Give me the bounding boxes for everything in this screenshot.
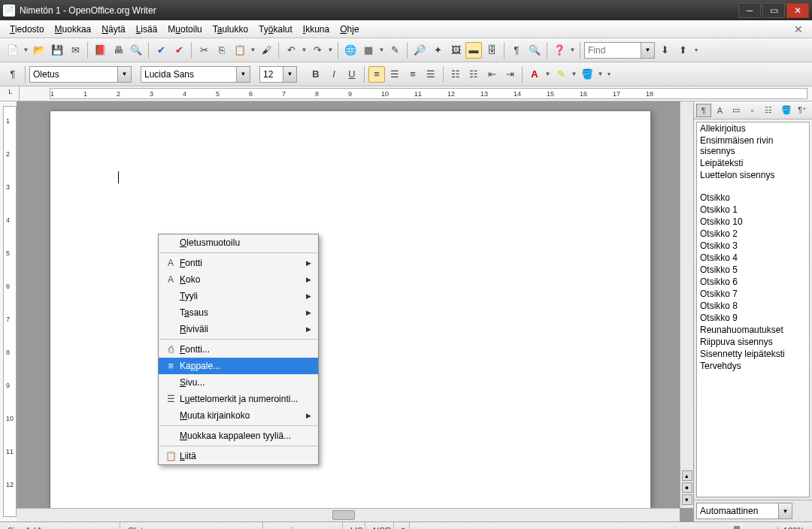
fill-format-icon[interactable]: 🪣 bbox=[779, 104, 794, 117]
style-item[interactable] bbox=[697, 181, 809, 192]
zoom-thumb[interactable] bbox=[734, 526, 740, 530]
scroll-prev-page-icon[interactable]: ▴ bbox=[682, 470, 692, 481]
paragraph-styles-icon[interactable]: ¶ bbox=[696, 104, 711, 117]
style-list[interactable]: AllekirjoitusEnsimmäisen rivin sisennysL… bbox=[696, 122, 810, 497]
view-book-icon[interactable]: ▭ bbox=[680, 525, 688, 529]
font-name-combo[interactable] bbox=[141, 66, 237, 83]
style-filter-combo[interactable] bbox=[696, 503, 779, 519]
status-zoom[interactable]: 100% bbox=[777, 522, 812, 529]
font-color-icon[interactable]: A bbox=[526, 66, 543, 83]
menu-help[interactable]: Ohje bbox=[335, 22, 364, 37]
font-size-dropdown[interactable]: ▼ bbox=[283, 66, 297, 83]
status-selection[interactable]: NOR bbox=[365, 522, 394, 529]
align-right-icon[interactable]: ≡ bbox=[404, 66, 421, 83]
style-item[interactable]: Otsikko 10 bbox=[697, 216, 809, 228]
highlight-icon[interactable]: ✎ bbox=[553, 66, 569, 83]
style-item[interactable]: Ensimmäisen rivin sisennys bbox=[697, 135, 809, 157]
close-document-button[interactable]: ✕ bbox=[789, 23, 807, 35]
context-menu-item[interactable]: Tyyli▶ bbox=[159, 288, 318, 304]
print-icon[interactable]: 🖶 bbox=[110, 42, 126, 59]
font-color-dropdown[interactable]: ▼ bbox=[544, 71, 551, 77]
context-menu-item[interactable]: Sivu... bbox=[159, 374, 318, 391]
bold-icon[interactable]: B bbox=[308, 66, 324, 83]
save-icon[interactable]: 💾 bbox=[49, 42, 65, 59]
context-menu-item[interactable]: ⎙Fontti... bbox=[159, 341, 318, 358]
outdent-icon[interactable]: ⇤ bbox=[483, 66, 500, 83]
highlight-dropdown[interactable]: ▼ bbox=[571, 71, 577, 77]
italic-icon[interactable]: I bbox=[326, 66, 342, 83]
table-icon[interactable]: ▦ bbox=[360, 42, 377, 59]
menu-file[interactable]: Tiedosto bbox=[5, 22, 50, 37]
style-item[interactable]: Otsikko 2 bbox=[697, 228, 809, 240]
autospell-icon[interactable]: ✔ bbox=[171, 42, 187, 59]
menu-tools[interactable]: Työkalut bbox=[253, 22, 298, 37]
menu-window[interactable]: Ikkuna bbox=[298, 22, 335, 37]
status-page[interactable]: Sivu 1 / 1 bbox=[0, 522, 120, 529]
status-insert[interactable]: LIS bbox=[343, 522, 365, 529]
style-item[interactable]: Otsikko bbox=[697, 192, 809, 204]
spellcheck-icon[interactable]: ✔ bbox=[153, 42, 169, 59]
style-item[interactable]: Allekirjoitus bbox=[697, 122, 809, 135]
bgcolor-dropdown[interactable]: ▼ bbox=[597, 71, 604, 77]
style-item[interactable]: Otsikko 6 bbox=[697, 276, 809, 288]
zoom-icon[interactable]: 🔍 bbox=[526, 42, 543, 59]
style-item[interactable]: Otsikko 7 bbox=[697, 288, 809, 300]
find-replace-icon[interactable]: 🔎 bbox=[411, 42, 428, 59]
align-center-icon[interactable]: ☰ bbox=[386, 66, 403, 83]
style-item[interactable]: Tervehdys bbox=[697, 360, 809, 372]
undo-dropdown[interactable]: ▼ bbox=[301, 47, 308, 53]
hyperlink-icon[interactable]: 🌐 bbox=[342, 42, 359, 59]
close-button[interactable]: ✕ bbox=[786, 3, 809, 18]
context-menu-item[interactable]: ☰Luettelomerkit ja numerointi... bbox=[159, 391, 318, 407]
style-item[interactable]: Otsikko 4 bbox=[697, 252, 809, 264]
horizontal-ruler[interactable]: 1123456789101112131415161718 bbox=[50, 88, 807, 99]
indent-icon[interactable]: ⇥ bbox=[501, 66, 518, 83]
find-down-icon[interactable]: ⬇ bbox=[656, 42, 673, 59]
scroll-marker-icon[interactable]: ● bbox=[682, 482, 692, 493]
context-menu-item[interactable]: 📋Liitä bbox=[159, 448, 318, 464]
cut-icon[interactable]: ✂ bbox=[195, 42, 212, 59]
paste-icon[interactable]: 📋 bbox=[232, 42, 248, 59]
menu-format[interactable]: Muotoilu bbox=[162, 22, 207, 37]
underline-icon[interactable]: U bbox=[344, 66, 360, 83]
format-paint-icon[interactable]: 🖌 bbox=[258, 42, 274, 59]
preview-icon[interactable]: 🔍 bbox=[128, 42, 144, 59]
paragraph-style-combo[interactable] bbox=[29, 66, 118, 83]
font-name-dropdown[interactable]: ▼ bbox=[237, 66, 250, 83]
context-menu-item[interactable]: Muokkaa kappaleen tyyliä... bbox=[159, 428, 318, 444]
document-area[interactable] bbox=[17, 101, 693, 521]
styles-window-icon[interactable]: ¶ bbox=[5, 66, 21, 83]
vertical-scrollbar[interactable]: ▴ ● ▾ bbox=[680, 101, 693, 508]
style-item[interactable]: Reunahuomautukset bbox=[697, 324, 809, 336]
frame-styles-icon[interactable]: ▭ bbox=[729, 104, 744, 117]
menu-view[interactable]: Näytä bbox=[96, 22, 130, 37]
font-size-combo[interactable] bbox=[259, 66, 283, 83]
find-dropdown[interactable]: ▼ bbox=[641, 42, 655, 59]
style-item[interactable]: Sisennetty leipäteksti bbox=[697, 348, 809, 360]
view-multi-icon[interactable]: ▫▫ bbox=[670, 526, 676, 530]
context-menu-item[interactable]: ≡Kappale... bbox=[159, 358, 318, 374]
email-icon[interactable]: ✉ bbox=[67, 42, 83, 59]
menu-insert[interactable]: Lisää bbox=[131, 22, 163, 37]
nonprint-icon[interactable]: ¶ bbox=[508, 42, 525, 59]
style-item[interactable]: Otsikko 3 bbox=[697, 240, 809, 252]
formatting-overflow[interactable]: ▾ bbox=[605, 71, 612, 77]
vertical-ruler[interactable]: 123456789101112 bbox=[3, 106, 17, 517]
context-menu-item[interactable]: Tasaus▶ bbox=[159, 304, 318, 321]
new-doc-icon[interactable]: 📄 bbox=[5, 42, 21, 59]
maximize-button[interactable]: ▭ bbox=[762, 3, 785, 18]
redo-icon[interactable]: ↷ bbox=[309, 42, 326, 59]
align-left-icon[interactable]: ≡ bbox=[368, 66, 385, 83]
view-single-icon[interactable]: ▫ bbox=[662, 526, 665, 530]
zoom-out-icon[interactable]: − bbox=[695, 524, 700, 530]
gallery-icon[interactable]: 🖼 bbox=[447, 42, 464, 59]
bgcolor-icon[interactable]: 🪣 bbox=[579, 66, 595, 83]
page-styles-icon[interactable]: ▫ bbox=[745, 104, 760, 117]
style-item[interactable]: Otsikko 1 bbox=[697, 204, 809, 216]
open-icon[interactable]: 📂 bbox=[31, 42, 47, 59]
style-item[interactable]: Luettelon sisennys bbox=[697, 169, 809, 181]
list-styles-icon[interactable]: ☷ bbox=[761, 104, 776, 117]
hscroll-thumb[interactable] bbox=[332, 510, 355, 520]
context-menu-item[interactable]: AKoko▶ bbox=[159, 271, 318, 288]
style-item[interactable]: Otsikko 8 bbox=[697, 300, 809, 312]
